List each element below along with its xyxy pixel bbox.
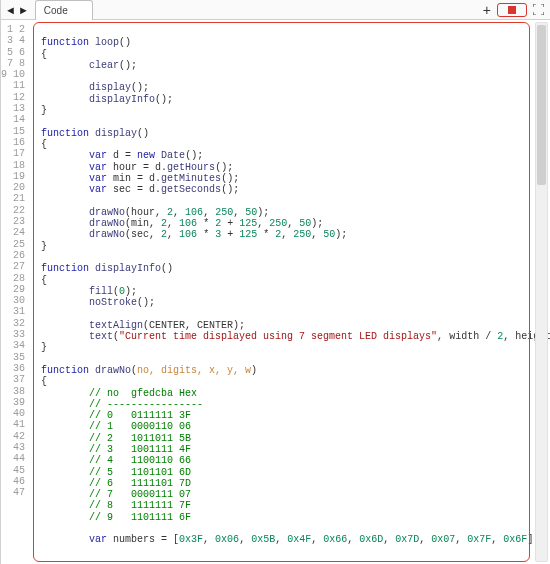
fullscreen-button[interactable]: [533, 4, 544, 15]
code-content: function loop() { clear(); display(); di…: [35, 23, 546, 546]
topbar: ◄ ► Code +: [1, 0, 550, 20]
vertical-scrollbar[interactable]: [535, 22, 548, 562]
tab-label: Code: [44, 5, 68, 16]
scrollbar-thumb[interactable]: [537, 25, 546, 185]
topbar-actions: +: [483, 3, 550, 17]
code-area[interactable]: function loop() { clear(); display(); di…: [31, 20, 550, 564]
line-number-gutter: 1 2 3 4 5 6 7 8 9 10 11 12 13 14 15 16 1…: [1, 20, 31, 564]
nav-arrows: ◄ ►: [1, 4, 33, 16]
nav-forward-button[interactable]: ►: [18, 4, 29, 16]
add-tab-button[interactable]: +: [483, 3, 491, 17]
nav-back-button[interactable]: ◄: [5, 4, 16, 16]
fullscreen-icon: [533, 4, 544, 15]
tab-code[interactable]: Code: [35, 0, 93, 20]
editor-root: ◄ ► Code + 1 2 3 4 5 6 7 8 9 10 11 12 13…: [0, 0, 550, 564]
stop-button[interactable]: [497, 3, 527, 17]
editor-body: 1 2 3 4 5 6 7 8 9 10 11 12 13 14 15 16 1…: [1, 20, 550, 564]
stop-icon: [508, 6, 516, 14]
